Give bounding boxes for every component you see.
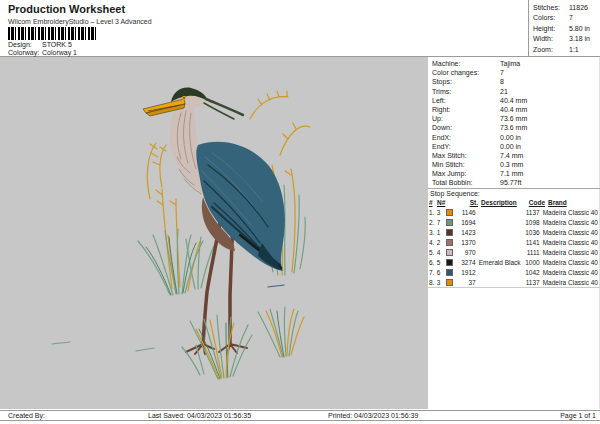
- summary-stitches: Stitches:11826: [529, 3, 600, 13]
- table-row: 1.311461137Madeira Classic 40: [429, 207, 598, 217]
- app-subtitle: Wilcom EmbroideryStudio – Level 3 Advanc…: [8, 18, 152, 25]
- thread-color-swatch: [446, 229, 453, 236]
- colorway-row: Colorway:Colorway 1: [8, 49, 77, 56]
- info-machine: Machine:Tajima: [432, 59, 598, 68]
- thread-color-swatch: [446, 219, 453, 226]
- heron-embroidery-design: [0, 57, 428, 409]
- stop-sequence-table: # N# St. Description Code Brand 1.311461…: [429, 199, 598, 287]
- last-saved-label: Last Saved: 04/03/2023 01:56:35: [148, 412, 251, 419]
- table-row: 7.619121042Madeira Classic 40: [429, 267, 598, 277]
- thread-color-swatch: [446, 209, 453, 216]
- summary-height: Height:5.80 in: [529, 24, 600, 34]
- production-worksheet-page: Production Worksheet Wilcom EmbroiderySt…: [0, 0, 600, 424]
- summary-width: Width:3.18 in: [529, 34, 600, 44]
- page-title: Production Worksheet: [8, 3, 125, 15]
- table-row: 5.49701111Madeira Classic 40: [429, 247, 598, 257]
- thread-color-swatch: [446, 249, 453, 256]
- info-color-changes: Color changes:7: [432, 68, 598, 77]
- footer-bottom-line: [0, 420, 600, 421]
- page-number: Page 1 of 1: [560, 412, 596, 419]
- printed-label: Printed: 04/03/2023 01:56:39: [328, 412, 418, 419]
- info-up: Up:73.6 mm: [432, 114, 598, 123]
- table-row: 3.114231036Madeira Classic 40: [429, 227, 598, 237]
- info-min-stitch: Min Stitch:0.3 mm: [432, 160, 598, 169]
- thread-color-swatch: [446, 259, 453, 266]
- design-canvas: [0, 57, 428, 409]
- table-end-line: [428, 287, 600, 288]
- info-max-jump: Max Jump:7.1 mm: [432, 169, 598, 178]
- footer-top-line: [0, 410, 600, 411]
- summary-box: Stitches:11826 Colors:7 Height:5.80 in W…: [528, 0, 600, 59]
- info-down: Down:73.6 mm: [432, 123, 598, 132]
- header: Production Worksheet Wilcom EmbroiderySt…: [0, 0, 600, 57]
- thread-color-swatch: [446, 279, 453, 286]
- grass-gold-front: [196, 309, 304, 379]
- summary-colors: Colors:7: [529, 13, 600, 23]
- info-endy: EndY:0.00 in: [432, 142, 598, 151]
- info-stops: Stops:8: [432, 77, 598, 86]
- grass-green-front: [182, 307, 298, 379]
- info-max-stitch: Max Stitch:7.4 mm: [432, 151, 598, 160]
- barcode: [8, 27, 96, 40]
- heron-plume: [204, 99, 243, 119]
- created-by-label: Created By:: [8, 412, 45, 419]
- panel-divider: [428, 188, 600, 189]
- thread-color-swatch: [446, 239, 453, 246]
- heron-body: [196, 142, 285, 271]
- stitch-dash: [268, 285, 284, 287]
- colorway-value: Colorway 1: [42, 49, 77, 56]
- design-value: STORK 5: [42, 41, 72, 48]
- info-right: Right:40.4 mm: [432, 105, 598, 114]
- stop-sequence-title: Stop Sequence:: [430, 190, 480, 197]
- stop-sequence-header: # N# St. Description Code Brand: [429, 199, 598, 207]
- summary-zoom: Zoom:1:1: [529, 45, 600, 55]
- design-label: Design:: [8, 41, 42, 48]
- table-row: 8.3371137Madeira Classic 40: [429, 277, 598, 287]
- machine-info-list: Machine:Tajima Color changes:7 Stops:8 T…: [432, 59, 598, 188]
- heron-eye-pupil: [183, 97, 185, 99]
- table-row: 4.213701141Madeira Classic 40: [429, 237, 598, 247]
- colorway-label: Colorway:: [8, 49, 42, 56]
- design-row: Design:STORK 5: [8, 41, 72, 48]
- info-total-bobbin: Total Bobbin:95.77ft: [432, 178, 598, 187]
- thread-color-swatch: [446, 269, 453, 276]
- table-row: 2.716941098Madeira Classic 40: [429, 217, 598, 227]
- table-row: 6.53274Emerald Black1000Madeira Classic …: [429, 257, 598, 267]
- info-endx: EndX:0.00 in: [432, 133, 598, 142]
- info-left: Left:40.4 mm: [432, 96, 598, 105]
- info-trims: Trims:21: [432, 87, 598, 96]
